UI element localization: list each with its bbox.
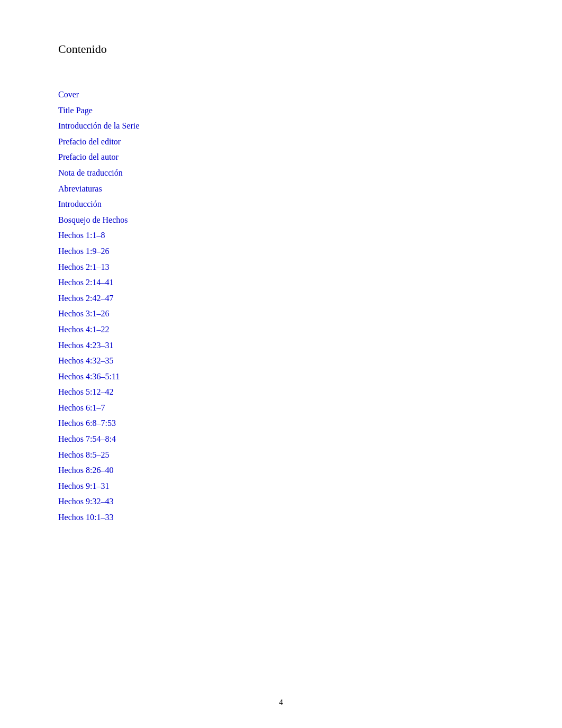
list-item: Introducción de la Serie [58, 119, 504, 133]
toc-link-2[interactable]: Introducción de la Serie [58, 121, 139, 130]
toc-link-14[interactable]: Hechos 3:1–26 [58, 309, 109, 318]
toc-link-11[interactable]: Hechos 2:1–13 [58, 262, 109, 271]
toc-link-27[interactable]: Hechos 10:1–33 [58, 513, 113, 522]
toc-link-10[interactable]: Hechos 1:9–26 [58, 247, 109, 256]
list-item: Hechos 6:8–7:53 [58, 416, 504, 430]
list-item: Hechos 8:26–40 [58, 463, 504, 477]
list-item: Introducción [58, 197, 504, 211]
list-item: Prefacio del autor [58, 150, 504, 164]
toc-link-23[interactable]: Hechos 8:5–25 [58, 450, 109, 459]
toc-link-17[interactable]: Hechos 4:32–35 [58, 356, 113, 365]
list-item: Hechos 1:9–26 [58, 244, 504, 258]
toc-link-12[interactable]: Hechos 2:14–41 [58, 278, 113, 287]
toc-link-6[interactable]: Abreviaturas [58, 184, 102, 193]
toc-link-24[interactable]: Hechos 8:26–40 [58, 466, 113, 475]
list-item: Hechos 9:1–31 [58, 479, 504, 493]
list-item: Hechos 8:5–25 [58, 448, 504, 462]
toc-link-20[interactable]: Hechos 6:1–7 [58, 403, 105, 412]
toc-link-1[interactable]: Title Page [58, 106, 93, 115]
list-item: Title Page [58, 104, 504, 117]
toc-link-15[interactable]: Hechos 4:1–22 [58, 325, 109, 334]
list-item: Hechos 7:54–8:4 [58, 432, 504, 446]
list-item: Prefacio del editor [58, 135, 504, 149]
list-item: Abreviaturas [58, 182, 504, 196]
list-item: Hechos 2:42–47 [58, 292, 504, 305]
toc-link-19[interactable]: Hechos 5:12–42 [58, 387, 113, 396]
toc-link-18[interactable]: Hechos 4:36–5:11 [58, 372, 120, 381]
toc-link-21[interactable]: Hechos 6:8–7:53 [58, 418, 116, 427]
page-number: 4 [279, 698, 283, 707]
list-item: Hechos 5:12–42 [58, 385, 504, 399]
list-item: Hechos 2:1–13 [58, 260, 504, 274]
list-item: Hechos 4:32–35 [58, 354, 504, 368]
page: Contenido CoverTitle PageIntroducción de… [0, 0, 562, 728]
list-item: Nota de traducción [58, 166, 504, 180]
list-item: Hechos 4:23–31 [58, 339, 504, 352]
list-item: Hechos 10:1–33 [58, 511, 504, 524]
toc-link-8[interactable]: Bosquejo de Hechos [58, 215, 128, 224]
toc-link-26[interactable]: Hechos 9:32–43 [58, 497, 113, 506]
list-item: Hechos 1:1–8 [58, 229, 504, 242]
toc-link-4[interactable]: Prefacio del autor [58, 152, 119, 161]
table-of-contents: CoverTitle PageIntroducción de la SerieP… [58, 88, 504, 524]
list-item: Hechos 6:1–7 [58, 401, 504, 415]
toc-link-9[interactable]: Hechos 1:1–8 [58, 231, 105, 240]
list-item: Cover [58, 88, 504, 102]
toc-link-0[interactable]: Cover [58, 90, 79, 99]
toc-link-22[interactable]: Hechos 7:54–8:4 [58, 434, 116, 443]
list-item: Hechos 9:32–43 [58, 495, 504, 508]
list-item: Hechos 4:1–22 [58, 323, 504, 336]
list-item: Hechos 3:1–26 [58, 307, 504, 321]
page-title: Contenido [58, 42, 504, 56]
toc-link-3[interactable]: Prefacio del editor [58, 137, 121, 146]
toc-link-25[interactable]: Hechos 9:1–31 [58, 481, 109, 490]
toc-link-7[interactable]: Introducción [58, 199, 102, 208]
list-item: Bosquejo de Hechos [58, 213, 504, 227]
toc-link-16[interactable]: Hechos 4:23–31 [58, 341, 113, 350]
toc-link-5[interactable]: Nota de traducción [58, 168, 123, 177]
toc-link-13[interactable]: Hechos 2:42–47 [58, 294, 113, 303]
list-item: Hechos 4:36–5:11 [58, 370, 504, 384]
list-item: Hechos 2:14–41 [58, 276, 504, 289]
